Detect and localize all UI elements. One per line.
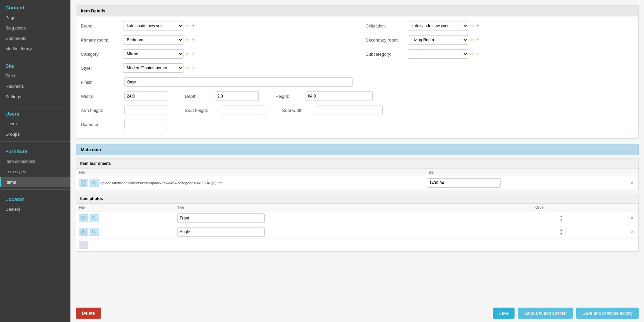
seat-width-label: Seat width: — [282, 108, 312, 113]
sidebar-item-dealers[interactable]: Dealers — [0, 204, 70, 214]
tear-sheets-close-btn[interactable]: × — [629, 180, 636, 186]
tear-sheets-title-input[interactable] — [427, 178, 501, 188]
save-continue-button[interactable]: Save and continue editing — [576, 308, 639, 319]
secondary-room-add-icon[interactable]: + — [476, 37, 479, 43]
height-input[interactable] — [306, 91, 373, 101]
photo-close-cell-2: × — [590, 225, 638, 239]
sidebar-item-users[interactable]: Users — [0, 119, 70, 129]
subcategory-select[interactable]: --------- — [408, 49, 468, 59]
photo-row-2: ▲ ▼ × — [76, 225, 638, 239]
photo-close-btn-1[interactable]: × — [629, 215, 636, 221]
category-row: Category: Mirrors ✏ + Subcategory: -----… — [81, 49, 634, 59]
tear-sheets-file-cell: uploads/item-tear-sheets/kate-spade-new-… — [76, 176, 424, 190]
photo-thumb-2 — [79, 228, 172, 236]
primary-room-select[interactable]: Bedroom — [123, 35, 183, 45]
sidebar-item-groups[interactable]: Groups — [0, 129, 70, 139]
sidebar-item-item-collections[interactable]: Item collections — [0, 156, 70, 167]
primary-room-edit-icon[interactable]: ✏ — [185, 37, 190, 43]
pdf-thumb-icon — [79, 179, 88, 187]
sidebar-item-items[interactable]: Items — [0, 177, 70, 187]
tear-sheets-close-cell: × — [609, 176, 638, 190]
photo-title-input-2[interactable] — [177, 227, 265, 237]
category-edit-icon[interactable]: ✏ — [185, 51, 190, 57]
sidebar-item-comments[interactable]: Comments — [0, 33, 70, 44]
svg-line-15 — [95, 233, 96, 234]
secondary-room-edit-icon[interactable]: ✏ — [470, 37, 474, 43]
photo-search-icon-2[interactable] — [90, 228, 99, 236]
order-down-btn-2[interactable]: ▼ — [558, 232, 564, 236]
order-down-btn-1[interactable]: ▼ — [558, 218, 564, 222]
category-label: Category: — [81, 52, 121, 57]
diameter-input[interactable] — [124, 120, 168, 129]
divider-3 — [0, 141, 70, 142]
width-input[interactable] — [124, 91, 168, 101]
photos-col-title: Title — [175, 204, 533, 211]
seat-width-input[interactable] — [316, 106, 383, 115]
subcategory-section: Subcategory: --------- ✏ + — [366, 49, 634, 59]
svg-point-4 — [93, 181, 95, 184]
subcategory-add-icon[interactable]: + — [476, 51, 479, 57]
save-button[interactable]: Save — [493, 308, 515, 319]
seat-height-label: Seat height: — [185, 108, 218, 113]
svg-line-10 — [95, 219, 96, 220]
sidebar-item-redirects[interactable]: Redirects — [0, 81, 70, 91]
save-add-button[interactable]: Save and add another — [518, 308, 573, 319]
photo-order-cell-1: ▲ ▼ — [533, 211, 590, 225]
secondary-room-select[interactable]: Living Room — [408, 35, 468, 45]
svg-point-14 — [93, 230, 95, 233]
style-add-icon[interactable]: + — [192, 65, 195, 71]
brand-edit-icon[interactable]: ✏ — [185, 23, 190, 28]
category-add-icon[interactable]: + — [192, 51, 195, 57]
primary-room-label: Primary room: — [81, 38, 121, 43]
svg-rect-6 — [81, 216, 86, 220]
subcategory-label: Subcategory: — [366, 52, 406, 57]
sidebar: Content Pages Blog posts Comments Media … — [0, 0, 70, 322]
photo-file-cell-3 — [76, 239, 175, 251]
sidebar-furniture-title: Furniture — [0, 144, 70, 156]
divider-1 — [0, 56, 70, 56]
sidebar-item-item-styles[interactable]: Item styles — [0, 167, 70, 177]
depth-input[interactable] — [215, 91, 259, 101]
pdf-search-icon[interactable] — [90, 179, 99, 187]
photo-title-input-1[interactable] — [177, 213, 265, 223]
tear-sheets-title-cell — [424, 176, 609, 190]
sidebar-item-sites[interactable]: Sites — [0, 71, 70, 81]
arm-height-input[interactable] — [124, 106, 168, 115]
item-details-panel: Item Details Brand: kate spade new york … — [76, 5, 639, 139]
brand-select[interactable]: kate spade new york — [123, 21, 183, 30]
style-label: Style: — [81, 66, 121, 71]
delete-button[interactable]: Delete — [76, 308, 101, 319]
finish-input[interactable] — [124, 77, 353, 87]
seat-row: Arm height: Seat height: Seat width: — [81, 106, 634, 115]
seat-height-input[interactable] — [222, 106, 265, 115]
order-arrows-1: ▲ ▼ — [535, 214, 587, 222]
sidebar-item-settings[interactable]: Settings — [0, 91, 70, 102]
brand-collection-row: Brand: kate spade new york ✏ + Collectio… — [81, 21, 634, 30]
collection-select[interactable]: kate spade new york — [408, 21, 468, 30]
item-details-body: Brand: kate spade new york ✏ + Collectio… — [76, 16, 638, 138]
photo-close-btn-2[interactable]: × — [629, 229, 636, 235]
style-section: Style: Modern/Contemporary ✏ + — [81, 63, 634, 73]
style-select[interactable]: Modern/Contemporary — [123, 63, 183, 73]
tear-sheets-col-actions — [609, 169, 638, 176]
meta-data-header: Meta data — [76, 144, 639, 155]
sidebar-users-title: Users — [0, 106, 70, 119]
collection-add-icon[interactable]: + — [476, 23, 479, 29]
category-select[interactable]: Mirrors — [123, 49, 183, 59]
sidebar-item-media-library[interactable]: Media Library — [0, 44, 70, 54]
sidebar-item-pages[interactable]: Pages — [0, 12, 70, 23]
photo-icon-3 — [79, 241, 88, 249]
subcategory-edit-icon[interactable]: ✏ — [470, 51, 474, 57]
photo-search-icon-1[interactable] — [90, 214, 99, 222]
style-edit-icon[interactable]: ✏ — [185, 65, 190, 71]
sidebar-item-blog-posts[interactable]: Blog posts — [0, 23, 70, 33]
collection-edit-icon[interactable]: ✏ — [470, 23, 474, 28]
order-up-btn-2[interactable]: ▲ — [558, 228, 564, 232]
item-photos-panel: Item photos File Title Order — [76, 194, 639, 252]
category-section: Category: Mirrors ✏ + — [81, 49, 349, 59]
brand-add-icon[interactable]: + — [192, 23, 195, 29]
secondary-room-section: Secondary room: Living Room ✏ + — [366, 35, 634, 45]
order-up-btn-1[interactable]: ▲ — [558, 214, 564, 218]
finish-label: Finish: — [81, 80, 121, 85]
primary-room-add-icon[interactable]: + — [192, 37, 195, 43]
